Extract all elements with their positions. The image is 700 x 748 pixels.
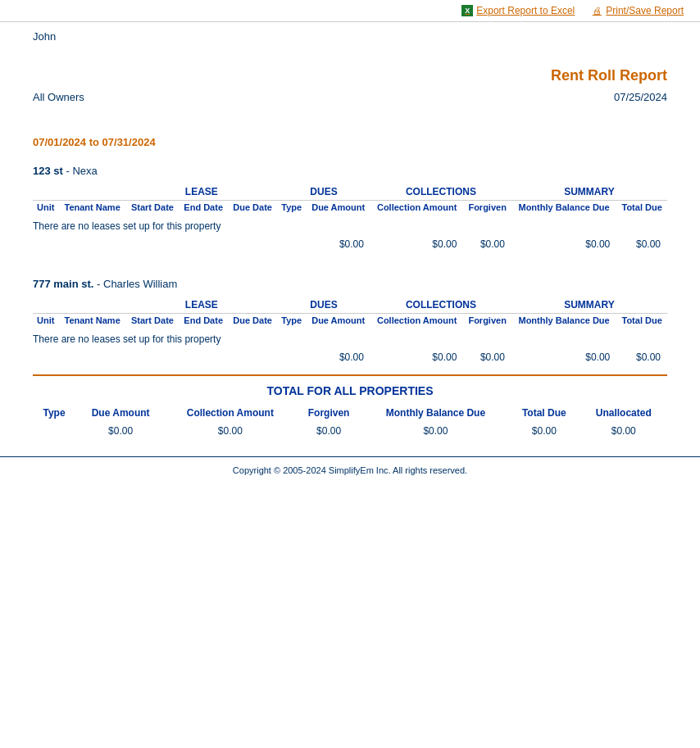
total-header-row: Type Due Amount Collection Amount Forgiv… [33,404,667,422]
property-section-2: 777 main st. - Charles William LEASE DUE… [33,278,667,366]
no-lease-msg-1: There are no leases set up for this prop… [33,214,667,235]
total-due-amount-2: $0.00 [306,348,370,366]
report-title: Rent Roll Report [33,67,667,84]
property-name-2: 777 main st. [33,278,93,290]
property-section-1: 123 st - Nexa LEASE DUES COLLECTIONS SUM… [33,165,667,253]
toolbar: X Export Report to Excel 🖨 Print/Save Re… [0,0,700,22]
total-val-total: $0.00 [508,422,580,440]
property-name-1: 123 st [33,165,63,177]
col-start-2: Start Date [126,314,180,328]
no-lease-msg-2: There are no leases set up for this prop… [33,327,667,348]
lease-group-header-2 [33,297,126,314]
total-collection-2: $0.00 [370,348,463,366]
property-title-1: 123 st - Nexa [33,165,667,177]
total-val-unallocated: $0.00 [580,422,667,440]
total-monthly-2: $0.00 [511,348,616,366]
group-header-row-1: LEASE DUES COLLECTIONS SUMMARY [33,184,667,201]
total-total-2: $0.00 [616,348,667,366]
total-col-total: Total Due [508,404,580,422]
col-collection-1: Collection Amount [370,201,463,215]
total-monthly-1: $0.00 [511,235,616,253]
dues-group-label-1: DUES [277,184,370,201]
property-owner-1: - Nexa [66,165,98,177]
total-values-row: $0.00 $0.00 $0.00 $0.00 $0.00 $0.00 [33,422,667,440]
copyright-text: Copyright © 2005-2024 SimplifyEm Inc. Al… [233,465,467,475]
totals-row-1: $0.00 $0.00 $0.00 $0.00 $0.00 [33,235,667,253]
report-meta: All Owners 07/25/2024 [33,91,667,103]
print-icon: 🖨 [591,5,602,16]
col-monthly-2: Monthly Balance Due [511,314,616,328]
col-header-row-1: Unit Tenant Name Start Date End Date Due… [33,201,667,215]
total-val-monthly: $0.00 [363,422,508,440]
property-owner-2: - Charles William [97,278,177,290]
totals-row-2: $0.00 $0.00 $0.00 $0.00 $0.00 [33,348,667,366]
owner-filter: All Owners [33,91,84,103]
dues-group-label-2: DUES [277,297,370,314]
total-section: TOTAL FOR ALL PROPERTIES Type Due Amount… [33,384,667,440]
report-header: John Rent Roll Report All Owners 07/25/2… [0,22,700,103]
print-label: Print/Save Report [606,5,684,16]
col-due-amount-1: Due Amount [306,201,370,215]
col-due-date-1: Due Date [228,201,277,215]
col-monthly-1: Monthly Balance Due [511,201,616,215]
lease-group-label-2: LEASE [126,297,277,314]
separator-line [33,374,667,376]
total-total-1: $0.00 [616,235,667,253]
col-unit-2: Unit [33,314,59,328]
col-type-1: Type [277,201,306,215]
property-table-1: LEASE DUES COLLECTIONS SUMMARY Unit Tena… [33,184,667,253]
report-content: 07/01/2024 to 07/31/2024 123 st - Nexa L… [0,136,700,366]
print-save-link[interactable]: 🖨 Print/Save Report [591,5,684,16]
col-forgiven-1: Forgiven [463,201,511,215]
total-val-type [33,422,75,440]
property-title-2: 777 main st. - Charles William [33,278,667,290]
col-start-1: Start Date [126,201,180,215]
user-name: John [33,30,667,43]
col-type-2: Type [277,314,306,328]
col-total-2: Total Due [616,314,667,328]
total-col-monthly: Monthly Balance Due [363,404,508,422]
summary-group-label-1: SUMMARY [511,184,667,201]
total-col-due-amount: Due Amount [75,404,166,422]
export-label: Export Report to Excel [476,5,575,16]
totals-spacer-2 [33,348,306,366]
lease-group-label-1: LEASE [126,184,277,201]
col-tenant-1: Tenant Name [59,201,126,215]
total-forgiven-2: $0.00 [463,348,511,366]
total-table: Type Due Amount Collection Amount Forgiv… [33,404,667,440]
collections-group-label-2: COLLECTIONS [370,297,511,314]
col-unit-1: Unit [33,201,59,215]
total-collection-1: $0.00 [370,235,463,253]
col-end-2: End Date [179,314,228,328]
lease-group-header-1 [33,184,126,201]
date-range: 07/01/2024 to 07/31/2024 [33,136,667,148]
property-table-2: LEASE DUES COLLECTIONS SUMMARY Unit Tena… [33,297,667,366]
total-val-forgiven: $0.00 [294,422,362,440]
total-col-unallocated: Unallocated [580,404,667,422]
footer: Copyright © 2005-2024 SimplifyEm Inc. Al… [0,456,700,483]
report-date: 07/25/2024 [614,91,667,103]
col-forgiven-2: Forgiven [463,314,511,328]
no-lease-row-1: There are no leases set up for this prop… [33,214,667,235]
col-total-1: Total Due [616,201,667,215]
totals-spacer-1 [33,235,306,253]
total-due-amount-1: $0.00 [306,235,370,253]
total-col-collection: Collection Amount [166,404,294,422]
export-excel-link[interactable]: X Export Report to Excel [461,5,575,16]
total-val-collection: $0.00 [166,422,294,440]
excel-icon: X [461,5,473,16]
total-title: TOTAL FOR ALL PROPERTIES [33,384,667,397]
total-forgiven-1: $0.00 [463,235,511,253]
total-val-due-amount: $0.00 [75,422,166,440]
no-lease-row-2: There are no leases set up for this prop… [33,327,667,348]
group-header-row-2: LEASE DUES COLLECTIONS SUMMARY [33,297,667,314]
collections-group-label-1: COLLECTIONS [370,184,511,201]
total-col-type: Type [33,404,75,422]
col-tenant-2: Tenant Name [59,314,126,328]
col-collection-2: Collection Amount [370,314,463,328]
total-col-forgiven: Forgiven [294,404,362,422]
summary-group-label-2: SUMMARY [511,297,667,314]
col-header-row-2: Unit Tenant Name Start Date End Date Due… [33,314,667,328]
col-end-1: End Date [179,201,228,215]
col-due-amount-2: Due Amount [306,314,370,328]
